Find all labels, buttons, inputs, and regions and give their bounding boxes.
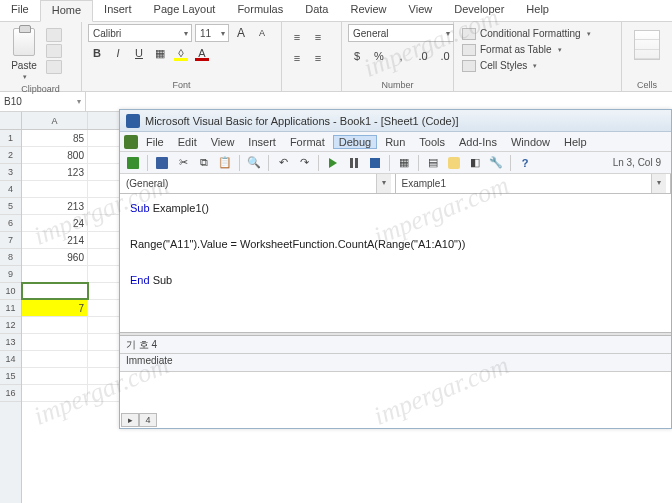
row-header[interactable]: 5 xyxy=(0,198,21,215)
undo-icon[interactable]: ↶ xyxy=(274,154,292,172)
copy-icon[interactable] xyxy=(46,44,62,58)
column-header[interactable]: A xyxy=(22,112,88,129)
row-header[interactable]: 6 xyxy=(0,215,21,232)
font-color-button[interactable]: A xyxy=(193,44,211,62)
comma-button[interactable]: , xyxy=(392,47,410,65)
cell[interactable] xyxy=(22,368,88,384)
vba-menu-addins[interactable]: Add-Ins xyxy=(453,135,503,149)
vba-menu-help[interactable]: Help xyxy=(558,135,593,149)
row-header[interactable]: 9 xyxy=(0,266,21,283)
border-button[interactable]: ▦ xyxy=(151,44,169,62)
format-as-table-button[interactable]: Format as Table▾ xyxy=(460,42,593,57)
cell[interactable] xyxy=(22,385,88,401)
vba-menu-edit[interactable]: Edit xyxy=(172,135,203,149)
select-all-corner[interactable] xyxy=(0,112,21,130)
row-header[interactable]: 11 xyxy=(0,300,21,317)
cell[interactable]: 960 xyxy=(22,249,88,265)
cells-icon[interactable] xyxy=(634,30,660,60)
cell[interactable]: 213 xyxy=(22,198,88,214)
vba-menu-tools[interactable]: Tools xyxy=(413,135,451,149)
shrink-font-button[interactable]: A xyxy=(253,24,271,42)
cell[interactable] xyxy=(22,317,88,333)
object-browser-icon[interactable]: ◧ xyxy=(466,154,484,172)
grow-font-button[interactable]: A xyxy=(232,24,250,42)
underline-button[interactable]: U xyxy=(130,44,148,62)
row-header[interactable]: 4 xyxy=(0,181,21,198)
align-left-icon[interactable]: ≡ xyxy=(288,49,306,67)
cut-icon[interactable] xyxy=(46,28,62,42)
align-top-icon[interactable]: ≡ xyxy=(288,28,306,46)
row-header[interactable]: 10 xyxy=(0,283,21,300)
reset-icon[interactable] xyxy=(366,154,384,172)
cell[interactable] xyxy=(22,266,88,282)
find-icon[interactable]: 🔍 xyxy=(245,154,263,172)
cell-styles-button[interactable]: Cell Styles▾ xyxy=(460,58,593,73)
save-icon[interactable] xyxy=(153,154,171,172)
percent-button[interactable]: % xyxy=(370,47,388,65)
code-editor[interactable]: Sub Example1() Range("A11").Value = Work… xyxy=(120,194,671,332)
copy-icon[interactable]: ⧉ xyxy=(195,154,213,172)
bold-button[interactable]: B xyxy=(88,44,106,62)
cell[interactable] xyxy=(22,351,88,367)
tab-help[interactable]: Help xyxy=(515,0,560,21)
vba-menu-debug[interactable]: Debug xyxy=(333,135,377,149)
row-header[interactable]: 7 xyxy=(0,232,21,249)
properties-icon[interactable] xyxy=(445,154,463,172)
font-name-select[interactable]: Calibri xyxy=(88,24,192,42)
tab-file[interactable]: File xyxy=(0,0,40,21)
cell[interactable]: 214 xyxy=(22,232,88,248)
vba-menu-file[interactable]: File xyxy=(140,135,170,149)
tab-data[interactable]: Data xyxy=(294,0,339,21)
font-size-select[interactable]: 11 xyxy=(195,24,229,42)
redo-icon[interactable]: ↷ xyxy=(295,154,313,172)
row-header[interactable]: 15 xyxy=(0,368,21,385)
toolbox-icon[interactable]: 🔧 xyxy=(487,154,505,172)
vba-menu-insert[interactable]: Insert xyxy=(242,135,282,149)
cell-selected[interactable] xyxy=(22,283,88,299)
locals-pane-header[interactable]: 기 호 4 xyxy=(120,336,671,354)
tab-developer[interactable]: Developer xyxy=(443,0,515,21)
row-header[interactable]: 2 xyxy=(0,147,21,164)
fill-color-button[interactable]: ◊ xyxy=(172,44,190,62)
cell[interactable]: 85 xyxy=(22,130,88,146)
row-header[interactable]: 12 xyxy=(0,317,21,334)
paste-button[interactable]: Paste ▾ xyxy=(6,24,42,83)
row-header[interactable]: 8 xyxy=(0,249,21,266)
procedure-selector[interactable]: Example1 xyxy=(396,174,672,193)
immediate-pane[interactable]: ▸ 4 xyxy=(120,372,671,428)
align-middle-icon[interactable]: ≡ xyxy=(309,28,327,46)
view-tab-icon[interactable]: ▸ xyxy=(121,413,139,427)
tab-view[interactable]: View xyxy=(398,0,444,21)
cell[interactable]: 24 xyxy=(22,215,88,231)
row-header[interactable]: 13 xyxy=(0,334,21,351)
immediate-pane-header[interactable]: Immediate xyxy=(120,354,671,372)
view-tab-icon[interactable]: 4 xyxy=(139,413,157,427)
run-icon[interactable] xyxy=(324,154,342,172)
vba-title-bar[interactable]: Microsoft Visual Basic for Applications … xyxy=(120,110,671,132)
conditional-formatting-button[interactable]: Conditional Formatting▾ xyxy=(460,26,593,41)
vba-system-icon[interactable] xyxy=(124,135,138,149)
cell-highlighted[interactable]: 7 xyxy=(22,300,88,316)
tab-formulas[interactable]: Formulas xyxy=(226,0,294,21)
help-icon[interactable]: ? xyxy=(516,154,534,172)
row-header[interactable]: 1 xyxy=(0,130,21,147)
design-mode-icon[interactable]: ▦ xyxy=(395,154,413,172)
vba-menu-run[interactable]: Run xyxy=(379,135,411,149)
project-explorer-icon[interactable]: ▤ xyxy=(424,154,442,172)
row-header[interactable]: 3 xyxy=(0,164,21,181)
tab-home[interactable]: Home xyxy=(40,0,93,22)
increase-decimal-button[interactable]: .0 xyxy=(414,47,432,65)
decrease-decimal-button[interactable]: .0 xyxy=(436,47,454,65)
vba-menu-format[interactable]: Format xyxy=(284,135,331,149)
object-selector[interactable]: (General) xyxy=(120,174,396,193)
excel-icon[interactable] xyxy=(124,154,142,172)
paste-icon[interactable]: 📋 xyxy=(216,154,234,172)
name-box[interactable]: B10 xyxy=(0,92,86,111)
vba-editor-window[interactable]: Microsoft Visual Basic for Applications … xyxy=(119,109,672,429)
break-icon[interactable] xyxy=(345,154,363,172)
cell[interactable]: 800 xyxy=(22,147,88,163)
vba-menu-window[interactable]: Window xyxy=(505,135,556,149)
vba-menu-view[interactable]: View xyxy=(205,135,241,149)
currency-button[interactable]: $ xyxy=(348,47,366,65)
tab-review[interactable]: Review xyxy=(339,0,397,21)
